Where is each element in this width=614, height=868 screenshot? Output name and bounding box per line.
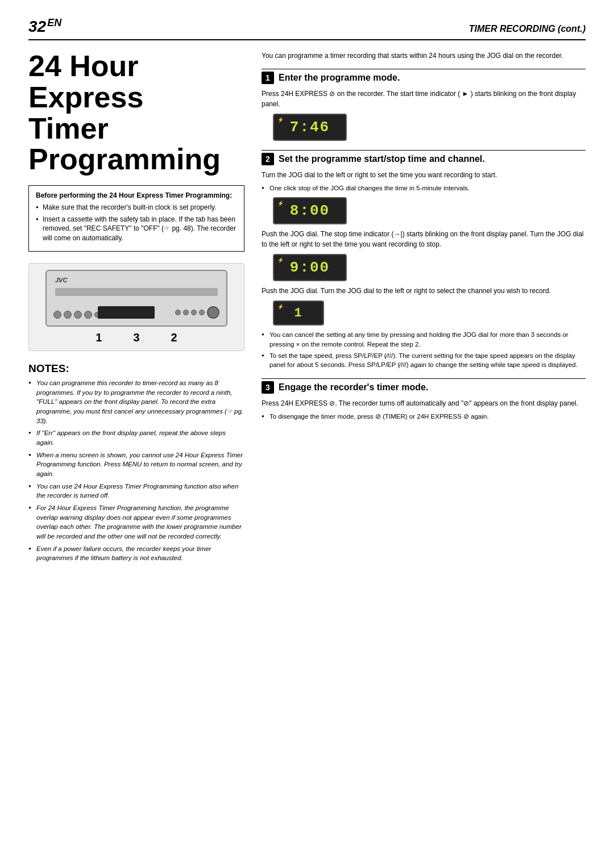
- vcr-label-3: 3: [133, 331, 139, 344]
- step-2-title: Set the programme start/stop time and ch…: [279, 154, 485, 164]
- notes-title: NOTES:: [28, 362, 244, 375]
- step-2-bullet3: To set the tape speed, press SP/LP/EP (⁄…: [262, 351, 586, 369]
- vcr-button: [53, 311, 61, 319]
- lcd-display-746: ⚡ 7:46: [273, 114, 347, 141]
- vcr-small-button: [199, 310, 205, 315]
- page-header: 32EN TIMER RECORDING (cont.): [28, 17, 586, 40]
- page: 32EN TIMER RECORDING (cont.) 24 Hour Exp…: [0, 0, 614, 868]
- lcd-display-900: ⚡ 9:00: [273, 254, 347, 281]
- intro-text: You can programme a timer recording that…: [262, 51, 586, 61]
- vcr-label-2: 2: [171, 331, 177, 344]
- title-line1: 24 Hour Express: [28, 51, 244, 112]
- vcr-diagram-labels: 1 3 2: [96, 331, 177, 344]
- step-3-header: 3 Engage the recorder's timer mode.: [262, 378, 586, 394]
- step-2: 2 Set the programme start/stop time and …: [262, 150, 586, 369]
- main-title: 24 Hour Express Timer Programming: [28, 51, 244, 174]
- lcd-antenna-icon: ⚡: [277, 116, 284, 124]
- vcr-button: [84, 311, 92, 319]
- lcd-antenna-icon: ⚡: [277, 200, 284, 208]
- vcr-small-button: [175, 310, 181, 315]
- right-column: You can programme a timer recording that…: [262, 51, 586, 566]
- step-1-number: 1: [262, 72, 274, 84]
- step-2-bullet2: You can cancel the setting at any time b…: [262, 330, 586, 348]
- lcd-time-value: 9:00: [290, 257, 330, 279]
- notes-section: NOTES: You can programme this recorder t…: [28, 362, 244, 563]
- step-2-number: 2: [262, 153, 274, 165]
- notes-item: When a menu screen is shown, you cannot …: [28, 450, 244, 479]
- step-3-para: Press 24H EXPRESS ⊘. The recorder turns …: [262, 398, 586, 408]
- step-3-bullet: To disengage the timer mode, press ⊘ (TI…: [262, 412, 586, 421]
- vcr-diagram: JVC: [28, 263, 244, 351]
- notes-list: You can programme this recorder to timer…: [28, 378, 244, 563]
- two-column-layout: 24 Hour Express Timer Programming Before…: [28, 51, 586, 566]
- vcr-buttons-right: [175, 306, 219, 319]
- warning-item: Insert a cassette with the safety tab in…: [36, 215, 237, 243]
- step-3: 3 Engage the recorder's timer mode. Pres…: [262, 378, 586, 421]
- step-2-para2: Push the JOG dial. The stop time indicat…: [262, 229, 586, 249]
- lcd-antenna-icon: ⚡: [277, 303, 284, 311]
- section-title: TIMER RECORDING (cont.): [469, 24, 586, 34]
- vcr-label-1: 1: [96, 331, 102, 344]
- vcr-tape-slot: [55, 288, 218, 296]
- page-suffix: EN: [47, 17, 61, 28]
- lcd-channel-value: 1: [294, 304, 302, 323]
- lcd-time-value: 7:46: [290, 116, 330, 139]
- warning-box: Before performing the 24 Hour Express Ti…: [28, 185, 244, 252]
- vcr-button: [74, 311, 82, 319]
- step-3-title: Engage the recorder's timer mode.: [279, 382, 428, 393]
- step-2-content: Turn the JOG dial to the left or right t…: [262, 170, 586, 369]
- vcr-small-button: [183, 310, 189, 315]
- step-3-number: 3: [262, 381, 274, 394]
- step-1-header: 1 Enter the programme mode.: [262, 69, 586, 84]
- warning-item: Make sure that the recorder's built-in c…: [36, 203, 237, 212]
- left-column: 24 Hour Express Timer Programming Before…: [28, 51, 244, 566]
- step-1-content: Press 24H EXPRESS ⊘ on the recorder. The…: [262, 89, 586, 141]
- page-number-text: 32: [28, 18, 46, 35]
- notes-item: If "Err" appears on the front display pa…: [28, 428, 244, 447]
- page-number: 32EN: [28, 17, 61, 36]
- step-1-title: Enter the programme mode.: [279, 73, 400, 83]
- notes-item: You can programme this recorder to timer…: [28, 378, 244, 425]
- step-1-para: Press 24H EXPRESS ⊘ on the recorder. The…: [262, 89, 586, 109]
- vcr-body: JVC: [45, 270, 227, 327]
- lcd-antenna-icon: ⚡: [277, 257, 284, 265]
- notes-item: For 24 Hour Express Timer Programming fu…: [28, 503, 244, 541]
- lcd-display-channel: ⚡ 1: [273, 301, 324, 326]
- step-2-bullets2: You can cancel the setting at any time b…: [262, 330, 586, 369]
- vcr-small-button: [191, 310, 197, 315]
- vcr-front-display: [98, 306, 155, 319]
- lcd-time-value: 8:00: [290, 200, 330, 222]
- step-2-header: 2 Set the programme start/stop time and …: [262, 150, 586, 165]
- notes-item: Even if a power failure occurs, the reco…: [28, 544, 244, 563]
- warning-title: Before performing the 24 Hour Express Ti…: [36, 191, 237, 199]
- vcr-brand: JVC: [55, 277, 67, 283]
- step-2-para1: Turn the JOG dial to the left or right t…: [262, 170, 586, 180]
- step-2-para3: Push the JOG dial. Turn the JOG dial to …: [262, 286, 586, 296]
- vcr-jog-dial: [207, 306, 219, 319]
- vcr-button: [64, 311, 72, 319]
- step-3-bullets: To disengage the timer mode, press ⊘ (TI…: [262, 412, 586, 421]
- lcd-display-800: ⚡ 8:00: [273, 197, 347, 224]
- step-3-content: Press 24H EXPRESS ⊘. The recorder turns …: [262, 398, 586, 421]
- step-2-bullet: One click stop of the JOG dial changes t…: [262, 183, 586, 193]
- step-2-bullets1: One click stop of the JOG dial changes t…: [262, 183, 586, 193]
- notes-item: You can use 24 Hour Express Timer Progra…: [28, 482, 244, 500]
- step-1: 1 Enter the programme mode. Press 24H EX…: [262, 69, 586, 141]
- title-line2: Timer Programming: [28, 113, 244, 175]
- warning-list: Make sure that the recorder's built-in c…: [36, 203, 237, 243]
